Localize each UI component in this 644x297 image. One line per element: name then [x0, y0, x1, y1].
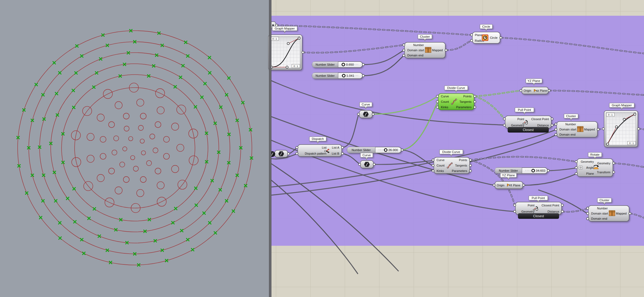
graph-area[interactable]: [270, 37, 300, 68]
port[interactable]: [629, 212, 631, 215]
port[interactable]: [555, 128, 557, 131]
port[interactable]: [469, 164, 472, 167]
port[interactable]: [432, 164, 434, 167]
port[interactable]: [523, 184, 525, 186]
port[interactable]: [470, 34, 473, 36]
port[interactable]: [287, 153, 290, 155]
rotate[interactable]: GeometryAnglePlaneGeometryTransform: [575, 159, 615, 177]
curve-param-3[interactable]: [273, 150, 290, 157]
port[interactable]: [561, 204, 564, 206]
port[interactable]: [296, 146, 298, 149]
tooltip-text: YZ Plane: [527, 79, 540, 82]
port[interactable]: [358, 163, 361, 166]
port[interactable]: [587, 207, 589, 209]
port[interactable]: [403, 54, 405, 57]
port[interactable]: [341, 152, 344, 155]
yz-plane-1[interactable]: OriginYZPlane: [520, 87, 550, 94]
port[interactable]: [373, 163, 376, 166]
curve-handle[interactable]: [286, 66, 288, 68]
rhino-viewport[interactable]: [0, 0, 269, 297]
port[interactable]: [551, 124, 553, 126]
yz-plane-2[interactable]: OriginYZPlane: [493, 181, 525, 189]
dispatch[interactable]: ListDispatch patternList AList B: [296, 145, 344, 157]
divide-curve-1[interactable]: CurveCountKinksPointsTangentsParameters: [436, 94, 476, 110]
number-slider-4[interactable]: Number Slider34.603: [495, 168, 549, 174]
curve-param-2[interactable]: [358, 161, 376, 168]
curve-handle[interactable]: [634, 113, 636, 115]
port[interactable]: [500, 37, 502, 39]
port[interactable]: [362, 63, 365, 66]
port[interactable]: [401, 149, 403, 151]
port[interactable]: [514, 210, 516, 213]
port[interactable]: [551, 118, 553, 120]
port[interactable]: [436, 95, 439, 98]
slider-knob[interactable]: [384, 149, 387, 151]
port[interactable]: [372, 113, 374, 116]
port[interactable]: [587, 218, 589, 220]
port[interactable]: [403, 49, 405, 52]
port[interactable]: [474, 106, 476, 108]
port[interactable]: [493, 184, 495, 186]
port[interactable]: [575, 161, 578, 163]
port[interactable]: [445, 49, 447, 52]
curve-handle[interactable]: [615, 126, 617, 128]
port[interactable]: [613, 162, 615, 164]
port[interactable]: [587, 212, 589, 215]
graph-mapper-1[interactable]: 0 : 10 : 1: [268, 35, 304, 70]
number-slider-2[interactable]: Number Slider1.041: [312, 73, 364, 79]
port[interactable]: [602, 128, 605, 130]
port[interactable]: [597, 128, 600, 131]
port[interactable]: [275, 24, 278, 27]
graph-mapper-2[interactable]: 0 : 10 : 1: [602, 111, 640, 147]
port[interactable]: [403, 44, 405, 46]
curve-handle[interactable]: [606, 143, 608, 145]
port[interactable]: [469, 170, 472, 172]
cluster-1[interactable]: NumberDomain startDomain endMapped: [403, 42, 447, 58]
curve-handle[interactable]: [623, 118, 625, 120]
port[interactable]: [296, 152, 298, 155]
port[interactable]: [362, 75, 365, 77]
divide-curve-2[interactable]: CurveCountKinksPointsTangentsParameters: [432, 157, 472, 174]
port[interactable]: [637, 128, 640, 130]
port[interactable]: [503, 124, 506, 126]
port[interactable]: [432, 159, 434, 161]
curve-param-1[interactable]: [357, 110, 374, 118]
port[interactable]: [341, 146, 344, 149]
viewport-canvas-divider[interactable]: [269, 0, 271, 297]
port[interactable]: [470, 39, 473, 42]
port[interactable]: [432, 170, 434, 172]
pull-point-2[interactable]: ClosestClosestPointGeometryClosest Point…: [514, 202, 564, 219]
circle[interactable]: PlaneRadiusCircle: [470, 32, 502, 43]
panel-divider[interactable]: [269, 0, 271, 297]
slider-knob[interactable]: [342, 63, 345, 66]
number-slider-3[interactable]: Number Slider26.000: [347, 147, 403, 153]
port[interactable]: [503, 118, 506, 120]
cluster-2[interactable]: NumberDomain startDomain endMapped: [555, 122, 600, 137]
port[interactable]: [613, 171, 615, 173]
port[interactable]: [575, 167, 578, 169]
port[interactable]: [469, 159, 472, 161]
slider-knob[interactable]: [532, 169, 534, 172]
port[interactable]: [474, 101, 476, 103]
curve-handle[interactable]: [287, 42, 289, 44]
port[interactable]: [548, 90, 550, 92]
port[interactable]: [302, 51, 304, 54]
port[interactable]: [561, 210, 564, 213]
cluster-3[interactable]: NumberDomain startDomain endMapped: [587, 206, 631, 221]
port[interactable]: [575, 173, 578, 175]
port[interactable]: [436, 106, 439, 108]
slider-knob[interactable]: [342, 74, 345, 77]
graph-area[interactable]: [606, 113, 636, 145]
port[interactable]: [555, 123, 557, 125]
port[interactable]: [555, 133, 557, 136]
port[interactable]: [436, 101, 439, 103]
port[interactable]: [474, 95, 476, 98]
curve-handle[interactable]: [298, 37, 300, 39]
port[interactable]: [547, 170, 550, 172]
port[interactable]: [357, 113, 360, 116]
angle-degrees-tag[interactable]: [579, 166, 582, 170]
pull-point-1[interactable]: ClosestClosestPointGeometryClosest Point…: [503, 116, 553, 132]
number-slider-1[interactable]: Number Slider0.650: [312, 62, 364, 68]
port[interactable]: [514, 204, 516, 206]
port[interactable]: [520, 90, 522, 92]
